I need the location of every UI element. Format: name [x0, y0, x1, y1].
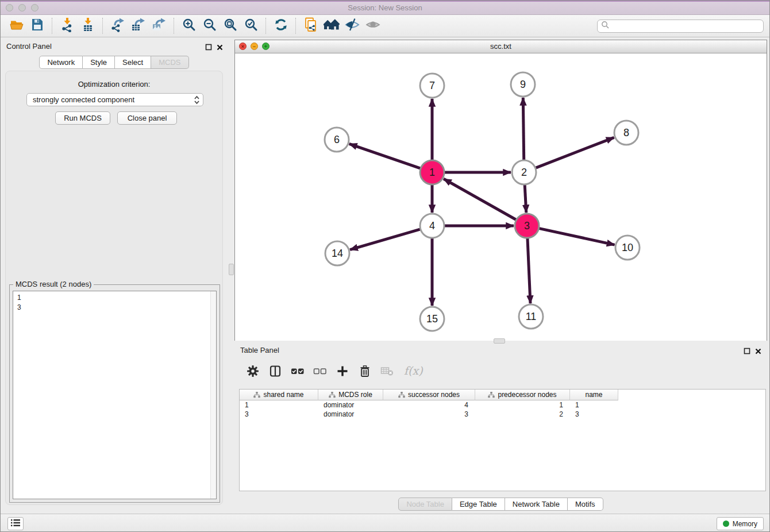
- import-network-icon: [60, 17, 75, 34]
- refresh-layout-button[interactable]: [271, 17, 291, 35]
- edge-2-8[interactable]: [536, 137, 614, 168]
- titlebar: Session: New Session: [1, 1, 769, 15]
- edge-3-11[interactable]: [528, 238, 530, 303]
- search-field[interactable]: [597, 20, 764, 33]
- graph-node-10[interactable]: 10: [615, 236, 640, 260]
- import-table-button[interactable]: [78, 17, 98, 35]
- import-network-button[interactable]: [57, 17, 78, 35]
- edge-3-10[interactable]: [539, 229, 614, 245]
- network-canvas[interactable]: 1234678910111415: [235, 53, 767, 341]
- svg-text:f(x): f(x): [404, 364, 424, 377]
- horizontal-splitter-handle[interactable]: [494, 338, 505, 344]
- zoom-fit-button[interactable]: [220, 17, 241, 35]
- vertical-splitter-handle[interactable]: [229, 264, 234, 275]
- network-window-header[interactable]: × − + scc.txt: [235, 40, 767, 53]
- graph-node-4[interactable]: 4: [420, 214, 444, 238]
- graph-node-1[interactable]: 1: [420, 160, 444, 184]
- table-settings-button[interactable]: [246, 365, 260, 379]
- graph-node-2[interactable]: 2: [512, 160, 536, 184]
- hide-graphics-details-button[interactable]: [342, 17, 363, 35]
- graph-node-9[interactable]: 9: [511, 72, 535, 97]
- zoom-out-button[interactable]: [199, 17, 220, 35]
- export-image-button[interactable]: [149, 17, 170, 35]
- network-document-button[interactable]: [301, 17, 321, 35]
- node-label: 8: [623, 127, 629, 138]
- table-toolbar: f(x): [234, 359, 767, 385]
- graph-node-11[interactable]: 11: [519, 304, 543, 329]
- houses-button[interactable]: [321, 17, 342, 35]
- table-row[interactable]: 1dominator411: [240, 400, 765, 410]
- column-header-name[interactable]: name: [570, 390, 618, 400]
- table-tab-edge-table[interactable]: Edge Table: [452, 498, 505, 511]
- float-panel-icon[interactable]: [205, 43, 212, 53]
- eye-disabled-icon: [365, 17, 380, 34]
- add-row-button[interactable]: [336, 365, 349, 379]
- open-file-button[interactable]: [6, 17, 27, 35]
- graph-node-15[interactable]: 15: [420, 307, 444, 331]
- deselect-all-rows-button[interactable]: [313, 365, 327, 379]
- table-tabs: Node TableEdge TableNetwork TableMotifs: [234, 498, 767, 511]
- cell-mcds-role[interactable]: dominator: [318, 410, 383, 418]
- edge-2-9[interactable]: [523, 98, 523, 160]
- close-panel-icon[interactable]: [217, 43, 223, 53]
- zoom-selected-button[interactable]: [241, 17, 261, 35]
- tab-select[interactable]: Select: [115, 56, 151, 69]
- graph-node-6[interactable]: 6: [325, 128, 349, 152]
- column-header-shared-name[interactable]: shared name: [240, 390, 318, 400]
- cell-successor-nodes[interactable]: 3: [383, 410, 475, 418]
- cell-shared-name[interactable]: 1: [240, 401, 318, 409]
- dropdown-stepper-icon: [194, 95, 200, 105]
- status-bar: Memory: [1, 514, 769, 532]
- edge-3-1[interactable]: [444, 179, 516, 219]
- graph-node-8[interactable]: 8: [614, 121, 638, 145]
- cell-name[interactable]: 1: [570, 401, 618, 409]
- edge-1-6[interactable]: [349, 144, 420, 168]
- unchecked-boxes-icon: [313, 365, 327, 380]
- delete-row-button[interactable]: [358, 365, 372, 379]
- cell-successor-nodes[interactable]: 4: [383, 401, 475, 409]
- close-table-panel-icon[interactable]: [755, 346, 761, 357]
- table-tab-network-table[interactable]: Network Table: [505, 498, 568, 511]
- table-tab-motifs[interactable]: Motifs: [568, 498, 603, 511]
- toolbar-separator: [265, 18, 267, 34]
- tab-mcds[interactable]: MCDS: [151, 56, 188, 69]
- graph-node-14[interactable]: 14: [325, 241, 349, 265]
- criterion-dropdown[interactable]: strongly connected component: [26, 93, 203, 106]
- toolbar-separator: [295, 18, 297, 34]
- graph-node-7[interactable]: 7: [420, 74, 444, 98]
- export-network-button[interactable]: [107, 17, 128, 35]
- close-panel-button[interactable]: Close panel: [117, 111, 177, 125]
- zoom-in-button[interactable]: [179, 17, 199, 35]
- float-table-panel-icon[interactable]: [744, 346, 750, 357]
- run-mcds-button[interactable]: Run MCDS: [55, 111, 110, 125]
- cell-name[interactable]: 3: [570, 410, 618, 418]
- search-input[interactable]: [610, 21, 763, 30]
- edge-2-3[interactable]: [525, 185, 526, 213]
- tab-network[interactable]: Network: [39, 56, 83, 69]
- column-header-predecessor-nodes[interactable]: predecessor nodes: [475, 390, 570, 400]
- select-all-rows-button[interactable]: [291, 365, 305, 379]
- show-panels-button[interactable]: [7, 517, 24, 530]
- table-tab-node-table[interactable]: Node Table: [398, 498, 452, 511]
- graph-node-3[interactable]: 3: [515, 214, 539, 238]
- mcds-result-textarea[interactable]: 13: [13, 291, 217, 499]
- sort-hierarchy-icon: [488, 392, 495, 398]
- table-panel-title: Table Panel: [240, 346, 279, 354]
- column-header-mcds-role[interactable]: MCDS role: [318, 390, 383, 400]
- cell-predecessor-nodes[interactable]: 2: [475, 410, 570, 418]
- table-row[interactable]: 3dominator323: [240, 410, 765, 419]
- result-scrollbar[interactable]: [210, 291, 216, 499]
- memory-status-dot: [723, 521, 729, 527]
- edge-4-14[interactable]: [350, 229, 420, 249]
- cell-mcds-role[interactable]: dominator: [318, 401, 383, 409]
- cell-shared-name[interactable]: 3: [240, 410, 318, 418]
- column-header-successor-nodes[interactable]: successor nodes: [383, 390, 475, 400]
- memory-button[interactable]: Memory: [717, 517, 764, 530]
- column-header-label: predecessor nodes: [498, 391, 556, 399]
- save-session-button[interactable]: [27, 17, 48, 35]
- node-label: 3: [524, 220, 530, 232]
- export-table-button[interactable]: [128, 17, 149, 35]
- tab-style[interactable]: Style: [83, 56, 115, 69]
- cell-predecessor-nodes[interactable]: 1: [475, 401, 570, 409]
- column-manager-button[interactable]: [268, 365, 282, 379]
